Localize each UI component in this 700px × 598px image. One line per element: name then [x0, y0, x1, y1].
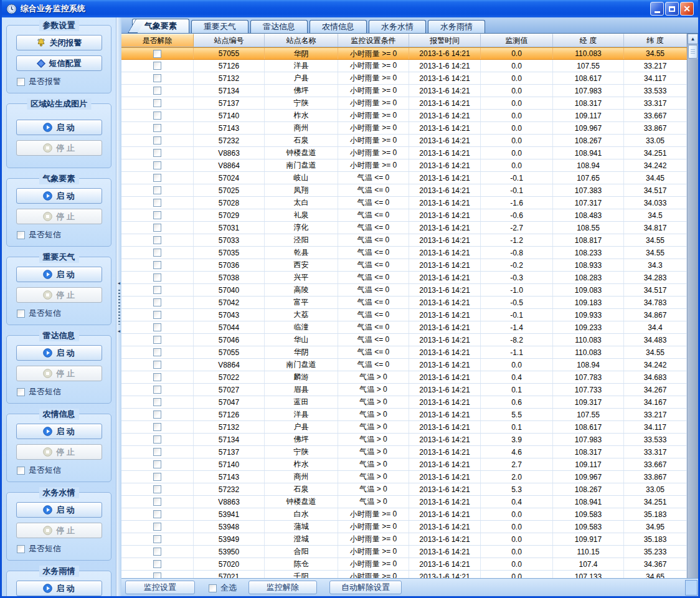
sms-checkbox[interactable]: [17, 467, 25, 475]
release-checkbox-cell[interactable]: [121, 209, 194, 221]
vertical-scrollbar[interactable]: ▲: [687, 34, 698, 578]
release-checkbox-cell[interactable]: [121, 533, 194, 545]
release-checkbox[interactable]: [153, 161, 161, 169]
release-checkbox[interactable]: [153, 510, 161, 518]
release-checkbox-cell[interactable]: [121, 371, 194, 383]
scroll-up-button[interactable]: ▲: [688, 34, 698, 44]
release-checkbox-cell[interactable]: [121, 496, 194, 508]
table-row[interactable]: 57134佛坪小时雨量 >= 02013-1-6 14:210.0107.983…: [121, 85, 687, 97]
release-checkbox[interactable]: [153, 149, 161, 157]
start-button[interactable]: 启 动: [16, 120, 102, 135]
alarm-checkbox-row[interactable]: 是否报警: [17, 76, 61, 87]
release-checkbox[interactable]: [153, 286, 161, 294]
sms-checkbox-row[interactable]: 是否短信: [17, 465, 61, 476]
table-row[interactable]: V8863钟楼盘道小时雨量 >= 02013-1-6 14:210.0108.9…: [121, 147, 687, 159]
release-checkbox-cell[interactable]: [121, 508, 194, 520]
stop-button[interactable]: 停 止: [16, 287, 102, 303]
maximize-button[interactable]: [665, 2, 679, 16]
sms-checkbox[interactable]: [17, 310, 25, 318]
release-checkbox[interactable]: [153, 224, 161, 232]
release-checkbox-cell[interactable]: [121, 122, 194, 134]
stop-button[interactable]: 停 止: [16, 366, 102, 381]
table-row[interactable]: 57043大荔气温 <= 02013-1-6 14:21-0.1109.9333…: [121, 309, 687, 321]
table-row[interactable]: 53950合阳小时雨量 >= 02013-1-6 14:210.0110.153…: [121, 546, 687, 558]
release-checkbox-cell[interactable]: [121, 396, 194, 408]
release-checkbox[interactable]: [153, 261, 161, 269]
table-row[interactable]: 57044临潼气温 <= 02013-1-6 14:21-1.4109.2333…: [121, 321, 687, 334]
alarm-checkbox[interactable]: [17, 78, 25, 86]
select-all-checkbox[interactable]: [209, 584, 217, 592]
release-checkbox[interactable]: [153, 460, 161, 468]
table-row[interactable]: 57021千阳小时雨量 >= 02013-1-6 14:210.0107.133…: [121, 571, 687, 578]
close-button[interactable]: ✕: [680, 2, 694, 16]
sms-checkbox[interactable]: [17, 231, 25, 239]
release-checkbox-cell[interactable]: [121, 359, 194, 371]
release-checkbox[interactable]: [153, 323, 161, 331]
release-checkbox-cell[interactable]: [121, 247, 194, 259]
release-checkbox[interactable]: [153, 423, 161, 431]
release-checkbox-cell[interactable]: [121, 72, 194, 84]
header-station-name[interactable]: 站点名称: [265, 34, 338, 47]
table-row[interactable]: 57140柞水小时雨量 >= 02013-1-6 14:210.0109.117…: [121, 110, 687, 122]
sms-config-button[interactable]: 短信配置: [16, 55, 102, 71]
release-checkbox[interactable]: [153, 411, 161, 419]
release-checkbox[interactable]: [153, 112, 161, 120]
release-checkbox[interactable]: [153, 273, 161, 282]
header-station-id[interactable]: 站点编号: [194, 34, 265, 47]
header-release[interactable]: 是否解除: [121, 34, 194, 47]
release-checkbox-cell[interactable]: [121, 222, 194, 234]
release-checkbox-cell[interactable]: [121, 558, 194, 570]
release-checkbox[interactable]: [153, 435, 161, 444]
close-alarm-button[interactable]: 关闭报警: [16, 35, 102, 50]
release-checkbox[interactable]: [153, 87, 161, 95]
release-checkbox-cell[interactable]: [121, 321, 194, 333]
auto-release-setup-button[interactable]: 自动解除设置: [329, 581, 402, 594]
table-row[interactable]: 57047蓝田气温 > 02013-1-6 14:210.6109.31734.…: [121, 396, 687, 409]
release-checkbox[interactable]: [153, 50, 161, 58]
start-button[interactable]: 启 动: [16, 345, 102, 361]
table-row[interactable]: 57022麟游气温 > 02013-1-6 14:210.4107.78334.…: [121, 371, 687, 384]
release-checkbox-cell[interactable]: [121, 97, 194, 109]
table-row[interactable]: 57040高陵气温 <= 02013-1-6 14:21-1.0109.0833…: [121, 284, 687, 297]
sms-checkbox-row[interactable]: 是否短信: [17, 543, 61, 554]
tab-agri-info[interactable]: 农情信息: [310, 20, 367, 33]
minimize-button[interactable]: [650, 2, 664, 16]
header-condition[interactable]: 监控设置条件: [338, 34, 409, 47]
start-button[interactable]: 启 动: [16, 267, 102, 282]
table-row[interactable]: 57126洋县小时雨量 >= 02013-1-6 14:210.0107.553…: [121, 60, 687, 72]
release-checkbox[interactable]: [153, 124, 161, 132]
release-checkbox[interactable]: [153, 336, 161, 344]
release-checkbox-cell[interactable]: [121, 259, 194, 271]
header-longitude[interactable]: 经 度: [553, 34, 624, 47]
sms-checkbox-row[interactable]: 是否短信: [17, 308, 61, 319]
table-row[interactable]: V8864南门盘道小时雨量 >= 02013-1-6 14:210.0108.9…: [121, 159, 687, 172]
release-checkbox-cell[interactable]: [121, 521, 194, 533]
table-row[interactable]: 57020陈仓小时雨量 >= 02013-1-6 14:210.0107.434…: [121, 558, 687, 571]
table-row[interactable]: 57038兴平气温 <= 02013-1-6 14:21-0.3108.2833…: [121, 272, 687, 284]
table-row[interactable]: 57143商州小时雨量 >= 02013-1-6 14:210.0109.967…: [121, 122, 687, 135]
table-row[interactable]: 57140柞水气温 > 02013-1-6 14:212.7109.11733.…: [121, 458, 687, 471]
table-row[interactable]: 57033泾阳气温 <= 02013-1-6 14:21-1.2108.8173…: [121, 234, 687, 247]
release-checkbox-cell[interactable]: [121, 197, 194, 209]
start-button[interactable]: 启 动: [16, 502, 102, 518]
table-row[interactable]: 57029礼泉气温 <= 02013-1-6 14:21-0.6108.4833…: [121, 209, 687, 222]
start-button[interactable]: 启 动: [16, 581, 102, 596]
table-row[interactable]: 57132户县小时雨量 >= 02013-1-6 14:210.0108.617…: [121, 72, 687, 85]
release-checkbox-cell[interactable]: [121, 297, 194, 308]
table-row[interactable]: 57036西安气温 <= 02013-1-6 14:21-0.2108.9333…: [121, 259, 687, 272]
release-checkbox[interactable]: [153, 548, 161, 556]
table-row[interactable]: 57046华山气温 <= 02013-1-6 14:21-8.2110.0833…: [121, 334, 687, 346]
release-checkbox-cell[interactable]: [121, 409, 194, 420]
table-row[interactable]: 57031淳化气温 <= 02013-1-6 14:21-2.7108.5534…: [121, 222, 687, 234]
stop-button[interactable]: 停 止: [16, 444, 102, 460]
release-checkbox[interactable]: [153, 211, 161, 219]
release-checkbox[interactable]: [153, 62, 161, 70]
release-checkbox-cell[interactable]: [121, 434, 194, 445]
tab-important-weather[interactable]: 重要天气: [191, 20, 248, 33]
release-checkbox[interactable]: [153, 236, 161, 244]
header-alarm-time[interactable]: 报警时间: [409, 34, 481, 47]
release-checkbox-cell[interactable]: [121, 458, 194, 470]
start-button[interactable]: 启 动: [16, 188, 102, 204]
table-row[interactable]: 57137宁陕小时雨量 >= 02013-1-6 14:210.0108.317…: [121, 97, 687, 110]
table-row[interactable]: 57055华阴气温 <= 02013-1-6 14:21-1.1110.0833…: [121, 346, 687, 359]
